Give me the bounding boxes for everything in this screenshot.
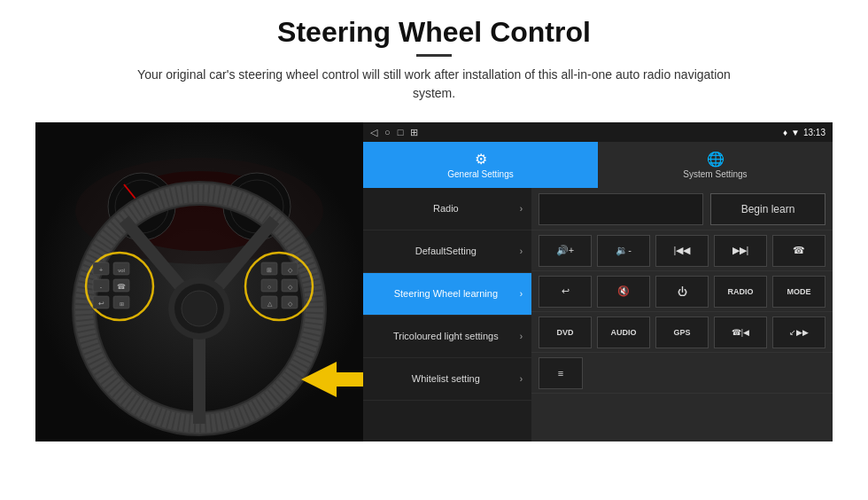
page-subtitle: Your original car's steering wheel contr…	[115, 66, 753, 103]
audio-label: AUDIO	[611, 328, 637, 337]
globe-icon: 🌐	[707, 151, 725, 168]
menu-list: Radio › DefaultSetting › Steering Wheel …	[363, 188, 531, 441]
tab-general-label: General Settings	[447, 169, 514, 179]
tab-general-settings[interactable]: ⚙ General Settings	[363, 142, 598, 188]
dvd-button[interactable]: DVD	[539, 316, 592, 348]
next-track-button[interactable]: ▶▶|	[714, 235, 767, 267]
chevron-icon-steering: ›	[520, 289, 523, 299]
radio-label: RADIO	[728, 287, 754, 296]
audio-button[interactable]: AUDIO	[597, 316, 650, 348]
gear-icon: ⚙	[475, 151, 487, 168]
menu-item-default[interactable]: DefaultSetting ›	[363, 230, 531, 273]
main-content: Radio › DefaultSetting › Steering Wheel …	[363, 188, 833, 441]
content-row: + vol - ☎ ↩ ⊞ ⊞ ◇ ○ ◇ △	[35, 122, 833, 441]
head-unit-panel: ◁ ○ □ ⊞ ♦ ▼ 13:13 ⚙ General Settings	[363, 122, 833, 441]
svg-text:☎: ☎	[117, 283, 126, 291]
menu-radio-label: Radio	[372, 202, 520, 215]
time-display: 13:13	[803, 128, 825, 137]
svg-text:⊞: ⊞	[267, 267, 272, 273]
tab-system-settings[interactable]: 🌐 System Settings	[598, 142, 833, 188]
svg-text:⊞: ⊞	[120, 301, 124, 307]
mute-icon: 🔇	[617, 285, 630, 297]
svg-text:+: +	[99, 267, 103, 273]
title-section: Steering Wheel Control Your original car…	[35, 16, 833, 103]
mute-button[interactable]: 🔇	[597, 276, 650, 308]
control-row-3: ↩ 🔇 ⏻ RADIO MODE	[531, 271, 833, 312]
phone-prev-icon: ☎|◀	[732, 328, 749, 337]
list-icon: ≡	[558, 368, 563, 379]
power-icon: ⏻	[678, 286, 687, 297]
gps-button[interactable]: GPS	[655, 316, 709, 348]
svg-text:↩: ↩	[98, 300, 105, 308]
mode-button[interactable]: MODE	[772, 276, 825, 308]
menu-item-radio[interactable]: Radio ›	[363, 188, 531, 230]
vol-down-button[interactable]: 🔉-	[597, 235, 650, 267]
answer-button[interactable]: ↩	[539, 276, 592, 308]
svg-text:○: ○	[267, 284, 271, 290]
back-next-button[interactable]: ↙▶▶	[772, 316, 825, 348]
mode-label: MODE	[787, 287, 811, 296]
status-bar-right: ♦ ▼ 13:13	[783, 128, 825, 137]
key-display-box	[539, 193, 703, 225]
next-icon: ▶▶|	[732, 245, 749, 256]
chevron-icon-tricoloured: ›	[520, 332, 523, 341]
power-button[interactable]: ⏻	[655, 276, 709, 308]
home-icon[interactable]: ○	[384, 127, 391, 137]
top-tabs: ⚙ General Settings 🌐 System Settings	[363, 142, 833, 188]
menu-whitelist-label: Whitelist setting	[372, 372, 520, 385]
control-row-1: Begin learn	[531, 188, 833, 230]
status-bar-nav: ◁ ○ □ ⊞	[370, 127, 418, 138]
tab-system-label: System Settings	[683, 169, 747, 179]
gps-icon: ♦	[783, 128, 787, 137]
vol-down-icon: 🔉-	[616, 245, 632, 256]
phone-icon: ☎	[793, 245, 805, 256]
menu-icon[interactable]: ⊞	[410, 127, 418, 138]
page-container: Steering Wheel Control Your original car…	[0, 0, 868, 500]
recent-icon[interactable]: □	[398, 127, 404, 137]
gps-label: GPS	[673, 328, 690, 337]
prev-icon: |◀◀	[674, 245, 691, 256]
vol-up-button[interactable]: 🔊+	[539, 235, 592, 267]
menu-steering-label: Steering Wheel learning	[372, 287, 520, 300]
svg-point-16	[182, 291, 217, 326]
title-divider	[416, 54, 452, 57]
control-row-4: DVD AUDIO GPS ☎|◀ ↙▶▶	[531, 312, 833, 353]
phone-button[interactable]: ☎	[772, 235, 825, 267]
control-row-2: 🔊+ 🔉- |◀◀ ▶▶| ☎	[531, 230, 833, 271]
vol-up-icon: 🔊+	[556, 245, 574, 256]
page-title: Steering Wheel Control	[35, 16, 833, 49]
list-icon-button[interactable]: ≡	[539, 357, 583, 389]
control-row-5: ≡	[531, 353, 833, 394]
answer-icon: ↩	[562, 285, 570, 297]
status-bar: ◁ ○ □ ⊞ ♦ ▼ 13:13	[363, 122, 833, 142]
menu-item-tricoloured[interactable]: Tricoloured light settings ›	[363, 316, 531, 358]
radio-button[interactable]: RADIO	[714, 276, 767, 308]
menu-item-whitelist[interactable]: Whitelist setting ›	[363, 358, 531, 401]
signal-icon: ▼	[791, 128, 800, 137]
chevron-icon-radio: ›	[520, 204, 523, 214]
menu-default-label: DefaultSetting	[372, 245, 520, 257]
svg-text:vol: vol	[118, 268, 125, 273]
phone-prev-button[interactable]: ☎|◀	[714, 316, 767, 348]
chevron-icon-whitelist: ›	[520, 374, 523, 384]
controls-panel: Begin learn 🔊+ 🔉- |◀◀	[531, 188, 833, 441]
back-icon[interactable]: ◁	[370, 127, 377, 138]
steering-wheel-panel: + vol - ☎ ↩ ⊞ ⊞ ◇ ○ ◇ △	[35, 122, 363, 441]
back-next-icon: ↙▶▶	[789, 328, 809, 337]
dvd-label: DVD	[556, 328, 573, 337]
chevron-icon-default: ›	[520, 246, 523, 256]
prev-track-button[interactable]: |◀◀	[655, 235, 709, 267]
menu-item-steering[interactable]: Steering Wheel learning ›	[363, 273, 531, 316]
menu-tricoloured-label: Tricoloured light settings	[372, 330, 520, 342]
begin-learn-button[interactable]: Begin learn	[710, 193, 825, 225]
